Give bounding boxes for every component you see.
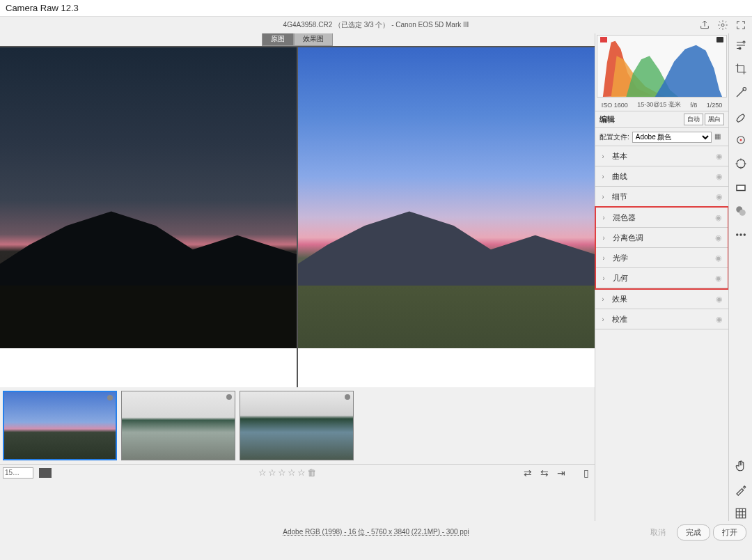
cancel-button[interactable]: 取消 — [642, 524, 674, 540]
visibility-icon[interactable]: ◉ — [715, 254, 722, 263]
auto-button[interactable]: 自动 — [684, 114, 703, 125]
histogram[interactable] — [597, 35, 727, 98]
section-basic[interactable]: ›基本◉ — [595, 146, 728, 166]
before-image — [0, 47, 297, 387]
section-detail[interactable]: ›细节◉ — [595, 187, 728, 207]
tool-strip — [728, 33, 752, 521]
thumbnail-2[interactable] — [121, 391, 235, 460]
grid-view-icon[interactable] — [39, 468, 52, 478]
section-color-mixer[interactable]: ›混色器◉ — [596, 208, 728, 228]
visibility-icon[interactable]: ◉ — [716, 152, 723, 161]
exif-row: ISO 1600 15-30@15 毫米 f/8 1/250 — [595, 99, 728, 111]
shadow-clip-icon[interactable] — [600, 37, 607, 42]
tab-before[interactable]: 原图 — [262, 32, 294, 46]
hand-tool-icon[interactable] — [733, 458, 749, 474]
bw-button[interactable]: 黑白 — [705, 114, 724, 125]
highlight-clip-icon[interactable] — [716, 37, 723, 42]
exif-shutter: 1/250 — [707, 102, 723, 109]
svg-rect-8 — [737, 186, 744, 190]
fullscreen-icon[interactable] — [735, 20, 746, 31]
visibility-icon[interactable]: ◉ — [715, 233, 722, 242]
star-2-icon[interactable]: ☆ — [268, 467, 276, 478]
color-sampler-icon[interactable] — [733, 482, 749, 497]
title-bar: Camera Raw 12.3 — [0, 0, 752, 17]
local-adjust-brush-icon[interactable] — [733, 109, 749, 124]
svg-point-10 — [739, 210, 745, 216]
svg-point-6 — [737, 160, 745, 168]
svg-rect-14 — [736, 508, 746, 518]
section-split-tone[interactable]: ›分离色调◉ — [596, 228, 728, 248]
zoom-control[interactable]: 15… — [3, 467, 33, 479]
exif-aperture: f/8 — [690, 102, 697, 109]
heal-brush-icon[interactable] — [733, 85, 749, 100]
tab-after[interactable]: 效果图 — [294, 32, 333, 46]
visibility-icon[interactable]: ◉ — [716, 295, 723, 304]
chevron-right-icon: › — [602, 295, 608, 303]
snapshot-icon[interactable] — [733, 180, 749, 195]
section-effects[interactable]: ›效果◉ — [595, 289, 728, 309]
star-4-icon[interactable]: ☆ — [288, 467, 296, 478]
footer: Adobe RGB (1998) - 16 位 - 5760 x 3840 (2… — [0, 521, 752, 543]
profile-label: 配置文件: — [600, 132, 629, 142]
redeye-tool-icon[interactable] — [733, 132, 749, 148]
section-optics[interactable]: ›光学◉ — [596, 248, 728, 268]
section-calibration[interactable]: ›校准◉ — [595, 309, 728, 329]
svg-point-11 — [736, 234, 737, 235]
rating-stars[interactable]: ☆ ☆ ☆ ☆ ☆ 🗑 — [57, 467, 517, 478]
settings-gear-icon[interactable] — [717, 20, 728, 31]
target-adjust-icon[interactable] — [733, 156, 749, 171]
star-5-icon[interactable]: ☆ — [297, 467, 306, 478]
star-1-icon[interactable]: ☆ — [258, 467, 267, 478]
grid-toggle-icon[interactable] — [733, 506, 749, 521]
compare-tabs: 原图 效果图 — [0, 33, 595, 46]
crop-tool-icon[interactable] — [733, 61, 749, 77]
section-curve[interactable]: ›曲线◉ — [595, 166, 728, 187]
highlighted-group: ›混色器◉ ›分离色调◉ ›光学◉ ›几何◉ — [595, 206, 729, 290]
right-panel: ISO 1600 15-30@15 毫米 f/8 1/250 编辑 自动 黑白 … — [595, 33, 728, 521]
export-icon[interactable] — [699, 20, 710, 31]
open-button[interactable]: 打开 — [713, 524, 746, 540]
svg-point-1 — [743, 41, 745, 43]
thumbnail-3[interactable] — [240, 391, 354, 460]
svg-point-3 — [743, 88, 746, 91]
copy-settings-icon[interactable]: ⇥ — [556, 467, 567, 479]
chevron-right-icon: › — [603, 213, 609, 221]
presets-icon[interactable] — [733, 203, 749, 219]
file-info-text: 4G4A3958.CR2 （已选定 3/3 个） - Canon EOS 5D … — [283, 20, 469, 30]
svg-point-13 — [744, 234, 745, 235]
chevron-right-icon: › — [602, 172, 608, 180]
bottom-bar: 15… ☆ ☆ ☆ ☆ ☆ 🗑 ⇄ ⇆ ⇥ ▯ — [0, 464, 595, 481]
filmstrip — [0, 387, 595, 464]
edit-header: 编辑 自动 黑白 — [595, 111, 728, 128]
thumbnail-1[interactable] — [3, 391, 117, 460]
exif-focal: 15-30@15 毫米 — [637, 100, 681, 109]
chevron-right-icon: › — [602, 152, 608, 160]
image-compare-view[interactable] — [0, 46, 595, 387]
svg-point-12 — [739, 234, 741, 235]
visibility-icon[interactable]: ◉ — [716, 172, 723, 181]
trash-icon[interactable]: 🗑 — [307, 467, 316, 478]
profile-select[interactable]: Adobe 颜色 — [632, 132, 712, 143]
visibility-icon[interactable]: ◉ — [716, 315, 723, 324]
more-icon[interactable] — [733, 227, 749, 242]
edit-tool-icon[interactable] — [733, 38, 749, 53]
compare-cycle-icon[interactable]: ⇄ — [522, 467, 533, 479]
section-geometry[interactable]: ›几何◉ — [596, 268, 728, 288]
chevron-right-icon: › — [603, 233, 609, 242]
exif-iso: ISO 1600 — [602, 102, 628, 109]
visibility-icon[interactable]: ◉ — [716, 192, 723, 201]
svg-point-0 — [721, 24, 724, 26]
star-3-icon[interactable]: ☆ — [278, 467, 286, 478]
profile-row: 配置文件: Adobe 颜色 ▦ — [595, 128, 728, 146]
toggle-panel-icon[interactable]: ▯ — [581, 467, 592, 479]
preview-area: 原图 效果图 15… — [0, 33, 595, 521]
chevron-right-icon: › — [603, 254, 609, 262]
visibility-icon[interactable]: ◉ — [715, 213, 722, 222]
edit-title: 编辑 — [600, 114, 615, 125]
image-meta-link[interactable]: Adobe RGB (1998) - 16 位 - 5760 x 3840 (2… — [283, 527, 469, 537]
visibility-icon[interactable]: ◉ — [715, 274, 722, 283]
swap-icon[interactable]: ⇆ — [539, 467, 550, 479]
chevron-right-icon: › — [603, 274, 609, 282]
profile-browser-icon[interactable]: ▦ — [714, 132, 724, 142]
done-button[interactable]: 完成 — [677, 524, 710, 540]
